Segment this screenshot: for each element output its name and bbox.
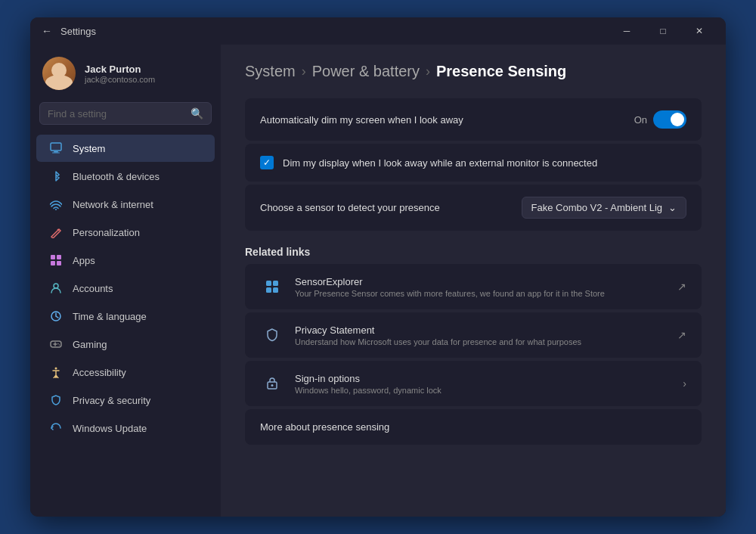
checkbox-card: ✓ Dim my display when I look away while … — [245, 144, 702, 182]
sidebar-item-label-privacy: Privacy & security — [73, 395, 150, 406]
svg-rect-15 — [273, 281, 278, 286]
user-profile[interactable]: Jack Purton jack@contoso.com — [30, 51, 221, 102]
breadcrumb-system[interactable]: System — [245, 63, 296, 80]
maximize-button[interactable]: □ — [646, 19, 680, 43]
sensor-label: Choose a sensor to detect your presence — [260, 202, 440, 213]
auto-dim-card: Automatically dim my screen when I look … — [245, 98, 702, 141]
sidebar-item-update[interactable]: Windows Update — [36, 414, 215, 442]
breadcrumb-sep-1: › — [302, 64, 306, 79]
system-nav-icon — [48, 141, 64, 156]
svg-point-12 — [59, 344, 60, 346]
sidebar-item-gaming[interactable]: Gaming — [36, 331, 215, 358]
svg-rect-2 — [52, 153, 60, 154]
svg-point-19 — [271, 384, 274, 387]
signin-options-title: Sign-in options — [295, 373, 672, 384]
link-card-signin-options[interactable]: Sign-in optionsWindows hello, password, … — [245, 361, 702, 406]
sensor-explorer-title: SensorExplorer — [295, 276, 667, 287]
personalization-nav-icon — [48, 225, 64, 240]
search-input[interactable] — [48, 108, 184, 120]
auto-dim-row: Automatically dim my screen when I look … — [260, 110, 686, 129]
window-title: Settings — [60, 26, 609, 37]
search-box[interactable]: 🔍 — [39, 102, 212, 125]
minimize-button[interactable]: ─ — [609, 19, 644, 43]
auto-dim-label: Automatically dim my screen when I look … — [260, 114, 463, 126]
sidebar-item-bluetooth[interactable]: Bluetooth & devices — [36, 163, 215, 190]
link-card-sensor-explorer[interactable]: SensorExplorerYour Presence Sensor comes… — [245, 264, 702, 309]
titlebar: ← Settings ─ □ ✕ — [30, 17, 726, 45]
auto-dim-toggle[interactable] — [653, 110, 686, 129]
svg-rect-5 — [57, 255, 61, 259]
sidebar-item-label-personalization: Personalization — [73, 227, 140, 238]
external-monitor-checkbox[interactable]: ✓ — [260, 156, 274, 169]
link-card-privacy-statement[interactable]: Privacy StatementUnderstand how Microsof… — [245, 312, 702, 358]
signin-options-arrow-icon: › — [683, 377, 686, 390]
sensor-explorer-desc: Your Presence Sensor comes with more fea… — [295, 289, 667, 298]
sidebar-item-accounts[interactable]: Accounts — [36, 275, 215, 302]
sidebar-item-label-accessibility: Accessibility — [73, 367, 126, 378]
sensor-dropdown[interactable]: Fake Combo V2 - Ambient Lig ⌄ — [522, 197, 686, 219]
sidebar-item-time[interactable]: Time & language — [36, 303, 215, 330]
sidebar-item-label-system: System — [73, 143, 105, 154]
privacy-statement-text: Privacy StatementUnderstand how Microsof… — [295, 324, 667, 346]
breadcrumb-sep-2: › — [426, 64, 430, 79]
sidebar-item-label-apps: Apps — [73, 255, 95, 266]
gaming-nav-icon — [48, 337, 64, 352]
checkbox-label: Dim my display when I look away while an… — [283, 157, 597, 169]
privacy-nav-icon — [48, 393, 64, 408]
svg-point-8 — [54, 284, 58, 288]
user-name: Jack Purton — [85, 64, 155, 75]
sidebar: Jack Purton jack@contoso.com 🔍 SystemBlu… — [30, 45, 221, 517]
sidebar-item-label-time: Time & language — [73, 311, 147, 322]
sidebar-item-label-network: Network & internet — [73, 199, 153, 210]
sidebar-item-network[interactable]: Network & internet — [36, 191, 215, 218]
privacy-statement-title: Privacy Statement — [295, 324, 667, 336]
privacy-statement-icon — [260, 323, 284, 347]
content-area: Jack Purton jack@contoso.com 🔍 SystemBlu… — [30, 45, 726, 517]
back-button[interactable]: ← — [39, 23, 54, 39]
svg-rect-1 — [54, 151, 58, 153]
accounts-nav-icon — [48, 281, 64, 296]
user-info: Jack Purton jack@contoso.com — [85, 64, 155, 84]
update-nav-icon — [48, 421, 64, 436]
titlebar-controls: ─ □ ✕ — [609, 19, 717, 43]
svg-rect-17 — [273, 287, 278, 293]
svg-rect-14 — [266, 281, 271, 286]
sensor-explorer-text: SensorExplorerYour Presence Sensor comes… — [295, 276, 667, 298]
svg-rect-4 — [51, 255, 55, 259]
sidebar-item-privacy[interactable]: Privacy & security — [36, 387, 215, 414]
svg-point-3 — [55, 209, 57, 210]
toggle-group: On — [634, 110, 686, 129]
sensor-explorer-arrow-icon: ↗ — [677, 281, 686, 293]
sensor-chevron-icon: ⌄ — [668, 202, 677, 213]
related-links-title: Related links — [245, 246, 702, 258]
toggle-on-label: On — [634, 114, 647, 126]
avatar — [42, 57, 76, 90]
checkbox-row: ✓ Dim my display when I look away while … — [260, 156, 686, 169]
sidebar-item-accessibility[interactable]: Accessibility — [36, 359, 215, 386]
sidebar-item-label-accounts: Accounts — [73, 283, 113, 294]
signin-options-text: Sign-in optionsWindows hello, password, … — [295, 373, 672, 395]
breadcrumb-power[interactable]: Power & battery — [312, 63, 420, 80]
sidebar-item-label-update: Windows Update — [73, 423, 147, 434]
apps-nav-icon — [48, 253, 64, 268]
more-label: More about presence sensing — [260, 421, 389, 433]
sidebar-item-system[interactable]: System — [36, 135, 215, 162]
sidebar-item-personalization[interactable]: Personalization — [36, 219, 215, 246]
svg-rect-6 — [51, 261, 55, 265]
breadcrumb: System › Power & battery › Presence Sens… — [245, 63, 702, 80]
svg-point-11 — [57, 343, 59, 345]
sensor-value: Fake Combo V2 - Ambient Lig — [531, 202, 662, 213]
search-icon: 🔍 — [191, 107, 203, 120]
more-card[interactable]: More about presence sensing — [245, 409, 702, 445]
main-content: System › Power & battery › Presence Sens… — [221, 45, 726, 517]
sensor-explorer-icon — [260, 275, 284, 299]
signin-options-icon — [260, 371, 284, 396]
accessibility-nav-icon — [48, 365, 64, 380]
nav-container: SystemBluetooth & devicesNetwork & inter… — [30, 134, 221, 442]
sidebar-item-label-gaming: Gaming — [73, 339, 107, 350]
close-button[interactable]: ✕ — [682, 19, 717, 43]
svg-point-13 — [55, 368, 57, 370]
network-nav-icon — [48, 197, 64, 212]
signin-options-desc: Windows hello, password, dynamic lock — [295, 386, 672, 395]
sidebar-item-apps[interactable]: Apps — [36, 247, 215, 274]
